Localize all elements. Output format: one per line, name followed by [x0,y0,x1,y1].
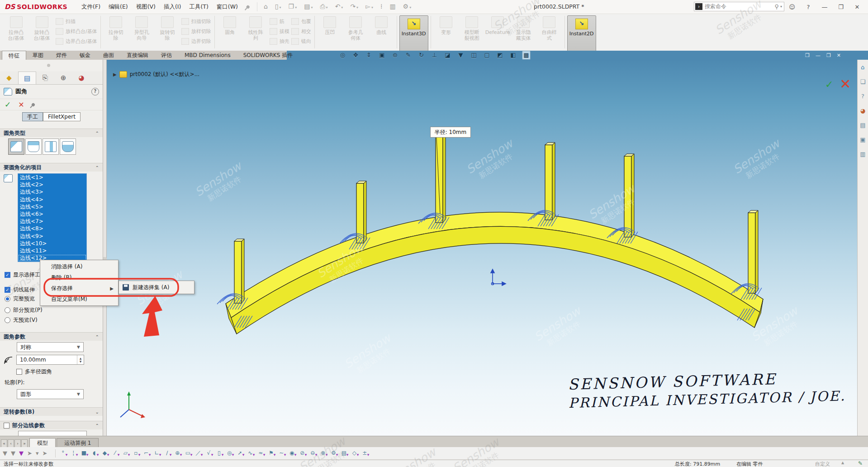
sketch-tool-icon-24[interactable]: ⊘ [299,449,306,457]
home-icon[interactable]: ⌂ [859,63,867,71]
radius-callout[interactable]: 半径: 10mm [430,127,471,138]
rotate-view-icon[interactable]: ↻ [417,51,426,59]
section-partial-edge-parameters[interactable]: ✓ 部分边线参数⌃ [0,421,103,429]
ribbon-item-loft[interactable]: 放样凸台/基体 [56,27,97,35]
ribbon-item-freeform[interactable]: 自由样 式 [536,14,562,41]
edges-list-box[interactable]: 边线<1>边线<2>边线<3>边线<4>边线<5>边线<6>边线<7>边线<8>… [18,173,87,262]
edge-list-item[interactable]: 边线<3> [18,188,86,195]
partial-preview-option[interactable]: 部分预览(P) [0,307,43,314]
edge-list-item[interactable]: 边线<7> [18,218,86,225]
edge-list-item[interactable]: 边线<9> [18,233,86,240]
sketch-tool-icon-23[interactable]: ◉ [288,449,295,457]
select-dropdown-icon[interactable]: ▾ [36,450,39,457]
full-preview-option[interactable]: 完整预览 [0,295,35,302]
sketch-tool-icon-26[interactable]: ⊗ [319,449,327,457]
filter-active-icon[interactable]: ▼ [19,450,24,457]
variable-size-fillet-button[interactable] [25,138,42,155]
sketch-tool-icon-5[interactable]: ◆ [101,449,108,457]
viewport-layout-icon[interactable]: ❒ [805,52,810,58]
annotation-icon[interactable]: ✎ [404,51,413,59]
tab-草图[interactable]: 草图 [26,51,50,60]
edge-list-item[interactable]: 边线<10> [18,240,86,247]
keep-visible-pin-icon[interactable] [31,102,35,107]
ribbon-item-fillet[interactable]: 圆角 [217,14,243,35]
ribbon-item-defeature[interactable]: Defeature [485,14,511,35]
sketch-tool-icon-29[interactable]: ◇ [351,449,358,457]
radius-input[interactable]: 10.00mm ▲▼ [16,355,84,365]
sketch-tool-icon-3[interactable]: ■ [80,449,87,457]
sketch-tool-icon-19[interactable]: ∿ [247,449,254,457]
restore-doc-icon[interactable]: ❐ [826,52,831,58]
ok-button[interactable]: ✓ [5,100,11,109]
display-manager-icon[interactable]: ▥ [859,150,867,158]
filter-stack-icon[interactable]: ▼ [11,450,15,457]
user-account-icon[interactable]: ☺ [788,4,796,10]
filter-clear-icon[interactable]: ▼ [3,450,7,457]
cancel-button[interactable]: ✕ [18,100,24,109]
new-file-icon[interactable]: ▯▾ [271,0,285,14]
forum-icon[interactable]: ▣ [859,136,867,144]
symmetric-combo[interactable]: 对称▼ [17,342,84,352]
menu-item[interactable]: 工具(T) [185,0,212,14]
arch-front-face[interactable] [231,226,760,334]
ribbon-item-rib[interactable]: 筋 [270,17,289,25]
file-explorer-icon[interactable]: ❏ [859,78,867,86]
zoom-in-out-icon[interactable]: ⇕ [365,51,373,59]
context-menu-item[interactable]: 自定义菜单(M) [40,294,118,305]
tab-SOLIDWORKS 插件[interactable]: SOLIDWORKS 插件 [237,51,299,60]
sketch-tool-icon-30[interactable]: ± [361,449,368,457]
view-settings-icon[interactable]: ▩ [522,51,531,60]
select-cursor-icon[interactable]: ➤ [27,450,32,457]
edge-list-item[interactable]: 边线<4> [18,196,86,203]
ribbon-item-instant3d[interactable]: ↘Instant3D [399,15,428,52]
home-icon[interactable]: ⌂ [260,0,271,14]
pan-icon[interactable]: ✥ [351,51,360,59]
confirm-cancel-icon[interactable]: ✕ [840,78,851,91]
sketch-tool-icon-2[interactable]: ¦ [70,449,77,457]
post-face[interactable] [624,156,631,237]
edge-list-item[interactable]: 边线<2> [18,181,86,188]
post-face[interactable] [755,210,758,293]
zoom-area-icon[interactable]: ▣ [378,51,386,59]
zoom-fit-icon[interactable]: ◎ [338,51,347,59]
save-icon[interactable]: ▤▾ [300,0,316,14]
sketch-tool-icon-21[interactable]: ⚑ [267,449,275,457]
tab-钣金[interactable]: 钣金 [73,51,97,60]
custom-expand-icon[interactable]: ▲ [841,461,844,465]
section-items-to-fillet[interactable]: 要圆角化的项目⌃ [0,163,103,172]
sketch-tool-icon-6[interactable]: ⁄ [111,449,119,457]
section-fillet-type[interactable]: 圆角类型⌃ [0,129,103,137]
ribbon-item-hole-wizard[interactable]: 异型孔 向导 [129,14,155,41]
ribbon-item-draft[interactable]: 拔模 [270,27,289,35]
sketch-tool-icon-7[interactable]: ▱ [122,449,129,457]
ribbon-item-curves[interactable]: 曲线 [369,14,394,35]
ribbon-item-boundary-cut[interactable]: 边界切除 [181,37,211,45]
ribbon-item-show-hide-bodies[interactable]: 显示隐 藏实体 [511,14,536,41]
sketch-tool-icon-9[interactable]: ⌐ [142,449,150,457]
apply-scene-icon[interactable]: ◧ [509,51,517,59]
sketch-tool-icon-14[interactable]: ／ [194,449,202,457]
options-icon[interactable]: ⚙▾ [399,0,415,14]
constant-size-fillet-button[interactable] [8,138,24,155]
open-file-icon[interactable]: ❐▾ [285,0,301,14]
ribbon-item-shell[interactable]: 抽壳 [270,37,289,45]
appearances-icon[interactable]: ◕ [859,107,867,115]
display-style-icon[interactable]: ◫ [470,51,478,59]
sketch-tool-icon-12[interactable]: ⊕ [174,449,181,457]
sketch-tool-icon-15[interactable]: √ [205,449,212,457]
minimize-icon[interactable]: — [821,4,829,10]
sketch-tool-icon-11[interactable]: ∕ [163,449,171,457]
tab-scroll-icon[interactable]: › [14,439,21,448]
select-icon[interactable]: ▻▾ [362,0,377,14]
context-menu-item[interactable]: 保存选择▶ [40,283,118,294]
close-doc-icon[interactable]: ✕ [837,52,841,58]
new-selection-set-item[interactable]: 新建选择集 (A) [133,284,169,291]
custom-properties-icon[interactable]: ▤ [859,121,867,129]
ribbon-item-boundary-boss[interactable]: 边界凸台/基体 [56,37,97,45]
edge-list-item[interactable]: 边线<5> [18,203,86,210]
displaymanager-tab[interactable]: ◕ [72,71,90,84]
post-face[interactable] [242,239,244,303]
configurationmanager-tab[interactable]: ⎘ [36,71,54,84]
minimize-doc-icon[interactable]: — [816,52,821,58]
menu-item[interactable]: 窗口(W) [213,0,242,14]
